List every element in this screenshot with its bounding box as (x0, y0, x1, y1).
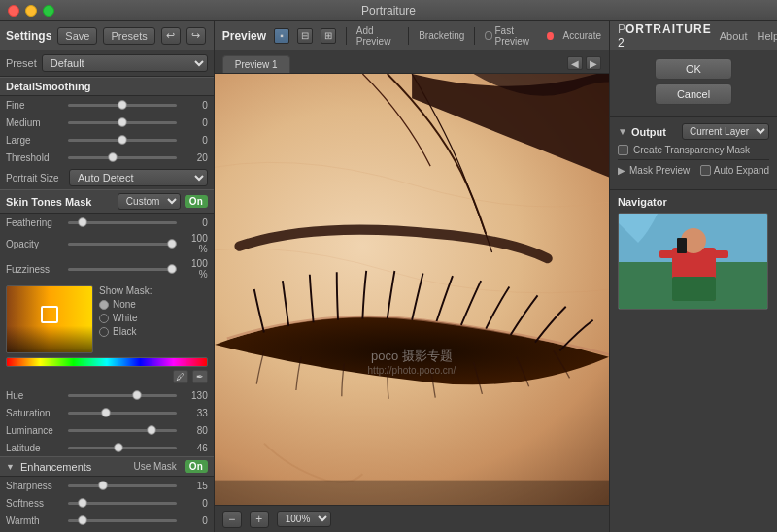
mask-preview-arrow[interactable]: ▶ (618, 165, 625, 176)
feathering-label: Feathering (6, 217, 64, 228)
hue-strip[interactable] (6, 357, 208, 367)
preview-tabs: Preview 1 ◀ ▶ (215, 50, 609, 74)
radio-none-row[interactable]: None (99, 299, 208, 310)
radio-white-row[interactable]: White (99, 313, 208, 323)
eyedropper-icon[interactable]: 🖊 (173, 370, 188, 383)
enhancements-on-badge[interactable]: On (185, 460, 208, 473)
hue-slider[interactable] (68, 388, 177, 402)
create-transparency-checkbox[interactable] (618, 145, 628, 155)
svg-rect-6 (672, 277, 716, 301)
ok-button[interactable]: OK (655, 58, 732, 80)
luminance-slider[interactable] (68, 423, 177, 437)
opacity-slider[interactable] (68, 237, 177, 250)
saturation-label: Saturation (6, 408, 64, 418)
single-preview-btn[interactable]: ▪ (274, 28, 289, 44)
prev-tab-arrow[interactable]: ◀ (567, 56, 583, 70)
latitude-slider[interactable] (68, 441, 177, 454)
softness-slider-row: Softness 0 (0, 494, 214, 512)
large-label: Large (6, 135, 64, 146)
threshold-slider[interactable] (68, 150, 177, 164)
auto-expand-checkbox[interactable] (700, 165, 711, 176)
help-button[interactable]: Help (757, 30, 777, 42)
luminance-value: 80 (181, 425, 208, 436)
sharpness-slider[interactable] (68, 479, 177, 492)
fine-value: 0 (181, 100, 208, 111)
color-selector-box[interactable] (41, 306, 58, 323)
skin-tones-on-badge[interactable]: On (185, 195, 208, 208)
latitude-value: 46 (181, 443, 208, 453)
skin-tones-mode-select[interactable]: Custom (118, 193, 181, 210)
auto-expand-label: Auto Expand (714, 165, 769, 176)
saturation-slider[interactable] (68, 406, 177, 419)
watermark-line2: http://photo.poco.cn/ (368, 365, 456, 376)
portrait-2: 2 (618, 36, 625, 50)
threshold-value: 20 (181, 152, 208, 163)
fast-preview-radio-circle[interactable] (485, 31, 491, 40)
threshold-label: Threshold (6, 152, 64, 163)
feathering-slider[interactable] (68, 216, 177, 229)
radio-black-label: Black (113, 326, 136, 337)
auto-expand-check: Auto Expand (700, 165, 769, 176)
split-preview-btn[interactable]: ⊟ (297, 28, 313, 44)
large-slider[interactable] (68, 133, 177, 147)
next-tab-arrow[interactable]: ▶ (586, 56, 601, 70)
save-button[interactable]: Save (57, 27, 97, 45)
output-section: ▼ Output Current Layer New Layer Create … (610, 116, 777, 185)
show-mask-title: Show Mask: (99, 285, 208, 296)
zoom-out-button[interactable]: − (222, 511, 242, 528)
zoom-select[interactable]: 100% 50% 200% Fit (277, 511, 331, 527)
right-buttons: OK Cancel (610, 50, 777, 113)
dual-preview-btn[interactable]: ⊞ (321, 28, 336, 44)
eyedropper-plus-icon[interactable]: ✒ (192, 370, 208, 383)
radio-none-dot[interactable] (99, 300, 109, 310)
preview-label: Preview (222, 29, 266, 43)
minimize-button[interactable] (25, 5, 37, 17)
right-toolbar: PORTRAITURE 2 About Help (610, 21, 777, 50)
portraiture-logo: PORTRAITURE 2 (618, 22, 712, 50)
portrait-size-row: Portrait Size Auto Detect (0, 166, 214, 189)
accurate-label: Accurate (563, 30, 601, 41)
close-button[interactable] (8, 5, 19, 17)
preset-select[interactable]: Default (42, 54, 208, 72)
medium-slider[interactable] (68, 116, 177, 129)
output-collapse-arrow[interactable]: ▼ (618, 126, 627, 137)
undo-button[interactable]: ↩ (161, 27, 181, 45)
cancel-button[interactable]: Cancel (655, 83, 732, 105)
about-button[interactable]: About (720, 30, 748, 42)
fast-preview-radio[interactable]: Fast Preview (485, 25, 537, 47)
redo-button[interactable]: ↪ (186, 27, 206, 45)
fine-slider[interactable] (68, 98, 177, 112)
output-layer-select[interactable]: Current Layer New Layer (682, 123, 769, 140)
opacity-label: Opacity (6, 239, 64, 249)
output-header: ▼ Output Current Layer New Layer (618, 123, 769, 140)
collapse-arrow-icon[interactable]: ▼ (6, 462, 15, 472)
preview-image-area[interactable]: poco 摄影专题 http://photo.poco.cn/ (215, 74, 609, 505)
maximize-button[interactable] (43, 5, 54, 17)
mask-preview-label: Mask Preview (629, 165, 690, 176)
softness-label: Softness (6, 498, 64, 509)
zoom-in-button[interactable]: + (250, 511, 269, 528)
portrait-bold: ORTRAITURE (625, 22, 712, 36)
opacity-value: 100 % (181, 233, 208, 254)
navigator-thumbnail[interactable] (618, 213, 768, 310)
softness-value: 0 (181, 498, 208, 509)
radio-white-dot[interactable] (99, 314, 109, 323)
preview-tab-1[interactable]: Preview 1 (222, 55, 290, 73)
fast-preview-label: Fast Preview (495, 25, 538, 47)
radio-black-row[interactable]: Black (99, 326, 208, 337)
fuzziness-slider[interactable] (68, 262, 177, 276)
warmth-slider[interactable] (68, 514, 177, 527)
radio-black-dot[interactable] (99, 327, 109, 337)
create-transparency-row: Create Transparency Mask (618, 145, 769, 155)
toolbar-separator-2 (408, 27, 409, 45)
hue-value: 130 (181, 390, 208, 401)
window-controls[interactable] (8, 5, 54, 17)
softness-slider[interactable] (68, 496, 177, 510)
mask-preview-row: ▶ Mask Preview Auto Expand (618, 159, 769, 176)
color-gradient[interactable] (6, 285, 93, 353)
medium-slider-row: Medium 0 (0, 114, 214, 131)
portrait-size-label: Portrait Size (6, 173, 64, 183)
presets-button[interactable]: Presets (103, 27, 154, 45)
add-preview-btn[interactable]: Add Preview (356, 25, 399, 47)
portrait-size-select[interactable]: Auto Detect (69, 169, 208, 186)
